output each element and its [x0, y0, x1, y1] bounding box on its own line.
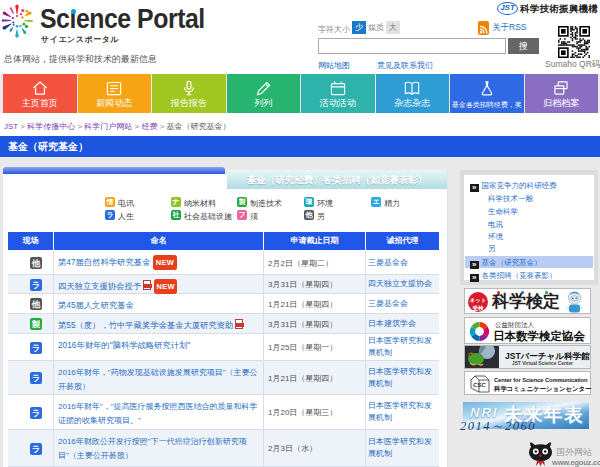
svg-text:CSC: CSC	[473, 382, 486, 388]
